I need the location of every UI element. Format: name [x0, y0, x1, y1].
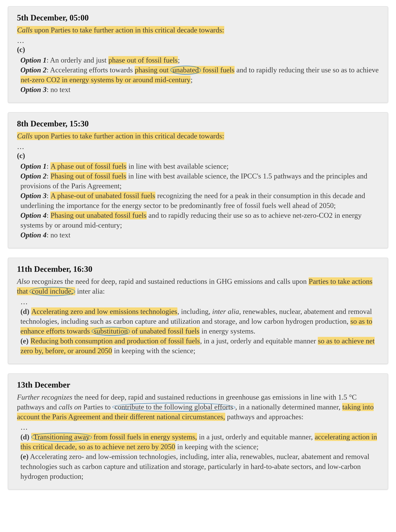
- option-text: in line with best available science;: [127, 162, 229, 170]
- card-dec-11: 11th December, 16:30 Also recognizes the…: [8, 258, 388, 364]
- item-text: Accelerating zero- and low-emission tech…: [20, 452, 369, 480]
- option-text: :: [47, 211, 50, 219]
- item-e: (e) Reducing both consumption and produc…: [20, 336, 379, 356]
- option-label: Option 4: [20, 211, 47, 219]
- option-text: :: [47, 162, 50, 170]
- intro-italic: Calls: [17, 26, 32, 34]
- item-d: (d) Transitioning away from fossil fuels…: [20, 432, 379, 452]
- card-heading: 13th December: [17, 380, 379, 389]
- card-heading: 8th December, 15:30: [17, 119, 379, 128]
- intro-text: pathways and approaches:: [225, 413, 303, 421]
- option-2: Option 2: Phasing out of fossil fuels in…: [20, 171, 379, 191]
- circled-word: could include,: [30, 287, 75, 296]
- item-text: in energy systems.: [200, 327, 255, 335]
- ellipsis: …: [20, 423, 379, 431]
- option-4a: Option 4: Phasing out unabated fossil fu…: [20, 210, 379, 230]
- option-text: : Accelerating efforts towards: [47, 66, 135, 74]
- option-text: ;: [178, 56, 180, 64]
- option-text: ;: [191, 76, 193, 84]
- clause-c: (c): [17, 151, 379, 160]
- intro-text: recognizes the need for deep, rapid and …: [30, 277, 309, 285]
- card-dec-13: 13th December Further recognizes the nee…: [8, 373, 388, 490]
- option-label: Option 1: [20, 56, 47, 64]
- option-label: Option 4: [20, 231, 47, 239]
- clause-letter: (e): [20, 452, 29, 461]
- item-text: , including,: [177, 307, 212, 316]
- option-3: Option 3: no text: [20, 85, 379, 95]
- ellipsis: …: [17, 142, 379, 151]
- intro-line: Also recognizes the need for deep, rapid…: [17, 277, 379, 296]
- highlight: A phase-out of unabated fossil fuels: [50, 192, 155, 200]
- intro-line: Calls upon Parties to take further actio…: [17, 131, 379, 141]
- highlight-text: of unabated fossil fuels: [130, 327, 199, 335]
- option-text: : no text: [47, 231, 70, 239]
- option-4b: Option 4: no text: [20, 230, 379, 240]
- circled-word: unabated: [170, 66, 201, 75]
- highlight: net-zero CO2 in energy systems by or aro…: [20, 76, 191, 84]
- intro-line: Calls upon Parties to take further actio…: [17, 25, 379, 35]
- intro-italic: calls on: [58, 403, 82, 411]
- items: … (d) Transitioning away from fossil fue…: [17, 423, 379, 481]
- highlight: Accelerating zero and low emissions tech…: [31, 307, 177, 316]
- clause-letter: (d): [20, 307, 29, 316]
- intro-highlight: Calls upon Parties to take further actio…: [17, 132, 224, 140]
- item-d: (d) Accelerating zero and low emissions …: [20, 307, 379, 336]
- option-text: :: [47, 192, 50, 200]
- option-3: Option 3: A phase-out of unabated fossil…: [20, 191, 379, 210]
- option-text: : An orderly and just: [47, 56, 108, 64]
- intro-highlight: Calls upon Parties to take further actio…: [17, 26, 224, 34]
- option-label: Option 1: [20, 162, 47, 170]
- circled-phrase: contribute to the following global effor…: [112, 403, 235, 412]
- highlight: Reducing both consumption and production…: [30, 337, 200, 345]
- highlight: Transitioning away from fossil fuels in …: [31, 433, 197, 441]
- intro-line: Further recognizes the need for deep, ra…: [17, 392, 379, 422]
- option-text: : no text: [47, 86, 70, 94]
- option-text: and to rapidly reducing their use so as …: [235, 66, 379, 74]
- ellipsis: …: [17, 36, 379, 45]
- option-2: Option 2: Accelerating efforts towards p…: [20, 65, 379, 85]
- intro-italic: Also: [17, 277, 30, 285]
- card-heading: 5th December, 05:00: [17, 13, 379, 22]
- option-label: Option 2: [20, 66, 47, 74]
- highlight: phasing out unabated fossil fuels: [135, 66, 235, 74]
- circled-phrase: Transitioning away: [31, 433, 92, 442]
- italic-text: inter alia: [212, 307, 239, 316]
- highlight: A phase out of fossil fuels: [50, 162, 127, 170]
- option-label: Option 2: [20, 172, 47, 180]
- clause-c: (c): [17, 45, 379, 54]
- option-1: Option 1: An orderly and just phase out …: [20, 55, 379, 65]
- option-label: Option 3: [20, 86, 47, 94]
- circled-word: substitution: [92, 327, 130, 336]
- options: Option 1: A phase out of fossil fuels in…: [17, 161, 379, 240]
- card-dec-05: 5th December, 05:00 Calls upon Parties t…: [8, 6, 388, 103]
- item-text: in keeping with the science;: [112, 347, 195, 355]
- card-heading: 11th December, 16:30: [17, 264, 379, 274]
- highlight: Phasing out unabated fossil fuels: [50, 211, 147, 219]
- highlight-text: fossil fuels: [201, 66, 234, 74]
- highlight: phase out of fossil fuels: [108, 56, 178, 64]
- intro-italic: Calls: [17, 132, 32, 140]
- card-dec-08: 8th December, 15:30 Calls upon Parties t…: [8, 112, 388, 248]
- highlight-text: phasing out: [135, 66, 170, 74]
- item-text: in a just, orderly and equitable manner,: [197, 433, 314, 441]
- items: … (d) Accelerating zero and low emission…: [17, 298, 379, 356]
- item-text: in keeping with the science;: [175, 443, 258, 451]
- clause-letter: (e): [20, 337, 29, 345]
- ellipsis: …: [20, 298, 379, 306]
- options: Option 1: An orderly and just phase out …: [17, 55, 379, 95]
- intro-text: Parties to: [82, 403, 112, 411]
- intro-text: inter alia:: [75, 287, 105, 295]
- option-text: :: [47, 172, 50, 180]
- option-1: Option 1: A phase out of fossil fuels in…: [20, 161, 379, 171]
- page: 5th December, 05:00 Calls upon Parties t…: [0, 0, 396, 496]
- clause-letter: (d): [20, 433, 29, 441]
- highlight: Phasing out of fossil fuels: [50, 172, 126, 180]
- intro-text: upon Parties to take further action in t…: [32, 26, 224, 34]
- option-label: Option 3: [20, 192, 47, 200]
- intro-text: upon Parties to take further action in t…: [32, 132, 224, 140]
- intro-text: , in a nationally determined manner,: [235, 403, 342, 411]
- intro-italic: Further recognizes: [17, 393, 72, 401]
- item-e: (e) Accelerating zero- and low-emission …: [20, 452, 379, 481]
- item-text: , in a just, orderly and equitable manne…: [200, 337, 318, 345]
- highlight-text: from fossil fuels in energy systems,: [92, 433, 197, 441]
